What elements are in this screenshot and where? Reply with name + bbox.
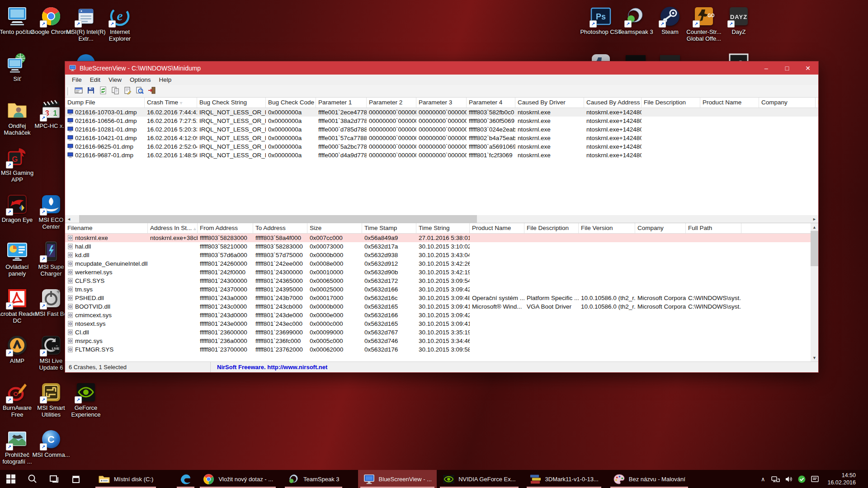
taskbar-item-bsv[interactable]: BlueScreenView - ... bbox=[358, 470, 437, 488]
driver-col-size[interactable]: Size bbox=[307, 223, 362, 233]
driver-row[interactable]: tm.sysfffff801`24370000fffff801`24395000… bbox=[65, 285, 818, 294]
driver-col-address-in-st-[interactable]: Address In St...▵ bbox=[148, 223, 198, 233]
exit-button[interactable] bbox=[146, 86, 157, 96]
find-button[interactable] bbox=[134, 86, 145, 96]
taskbar-item-teamspeakapp[interactable]: TeamSpeak 3 bbox=[283, 470, 344, 488]
desktop-icon-geforce[interactable]: ↗GeForce Experience bbox=[65, 381, 107, 418]
menu-help[interactable]: Help bbox=[155, 75, 176, 84]
scroll-left-icon[interactable]: ◄ bbox=[65, 215, 73, 223]
menu-view[interactable]: View bbox=[104, 75, 126, 84]
driver-row[interactable]: CLFS.SYSfffff801`24300000fffff801`243650… bbox=[65, 277, 818, 285]
desktop-icon-ie[interactable]: e↗Internet Explorer bbox=[99, 5, 141, 42]
crash-col-dump-file[interactable]: Dump File bbox=[65, 98, 145, 108]
driver-row[interactable]: CI.dllfffff801`23600000fffff801`23699000… bbox=[65, 328, 818, 337]
driver-row[interactable]: PSHED.dllfffff801`243a0000fffff801`243b7… bbox=[65, 294, 818, 302]
driver-row[interactable]: msrpc.sysfffff801`236a0000fffff801`236fc… bbox=[65, 337, 818, 345]
taskbar-clock[interactable]: 14:5016.02.2016 bbox=[823, 472, 860, 487]
save-button[interactable] bbox=[85, 86, 96, 96]
properties-window-button[interactable] bbox=[73, 86, 84, 96]
properties-button[interactable] bbox=[122, 86, 132, 96]
driver-col-time-string[interactable]: Time String bbox=[416, 223, 470, 233]
svg-text:DAYZ: DAYZ bbox=[730, 14, 747, 20]
search-button[interactable] bbox=[22, 470, 43, 488]
tray-antivirus-icon[interactable] bbox=[797, 474, 806, 483]
crash-col-parameter-2[interactable]: Parameter 2 bbox=[367, 98, 416, 108]
minimize-button[interactable]: – bbox=[756, 61, 777, 75]
tray-volume-icon[interactable] bbox=[784, 474, 793, 483]
horizontal-scrollbar[interactable]: ◄ ► bbox=[65, 215, 818, 223]
scroll-down-icon[interactable]: ▼ bbox=[811, 354, 818, 361]
driver-row[interactable]: FLTMGR.SYSfffff801`23700000fffff801`2376… bbox=[65, 345, 818, 354]
crash-col-product-name[interactable]: Product Name bbox=[700, 98, 759, 108]
crash-row[interactable]: 021616-10656-01.dmp16.02.2016 7:27:51IRQ… bbox=[65, 117, 818, 125]
msismart-icon: ↗ bbox=[40, 381, 62, 403]
shortcut-arrow-icon: ↗ bbox=[75, 396, 82, 404]
driver-col-from-address[interactable]: From Address bbox=[198, 223, 253, 233]
status-nirsoft-link[interactable]: NirSoft Freeware. http://www.nirsoft.net bbox=[211, 362, 818, 372]
refresh-button[interactable] bbox=[98, 86, 108, 96]
horizontal-scroll-thumb[interactable] bbox=[79, 215, 477, 223]
title-bar[interactable]: BlueScreenView - C:\WINDOWS\Minidump – □… bbox=[65, 61, 818, 75]
desktop-icon-msigaming[interactable]: G↗MSI Gaming APP bbox=[0, 146, 38, 183]
crash-col-crash-time[interactable]: Crash Time▿ bbox=[145, 98, 197, 108]
menu-file[interactable]: File bbox=[68, 75, 86, 84]
driver-row[interactable]: ntoskrnl.exentoskrnl.exe+38cb5fffff803`5… bbox=[65, 234, 818, 242]
properties-window-icon bbox=[75, 86, 83, 96]
driver-row[interactable]: BOOTVID.dllfffff801`243c0000fffff801`243… bbox=[65, 302, 818, 311]
crash-col-f[interactable]: F bbox=[816, 98, 818, 108]
crash-col-parameter-3[interactable]: Parameter 3 bbox=[416, 98, 467, 108]
crash-col-parameter-1[interactable]: Parameter 1 bbox=[316, 98, 367, 108]
driver-row[interactable]: hal.dllfffff803`58210000fffff803`5828300… bbox=[65, 242, 818, 251]
scroll-up-icon[interactable]: ▲ bbox=[811, 223, 818, 231]
crash-col-file-description[interactable]: File Description bbox=[642, 98, 700, 108]
start-button[interactable] bbox=[0, 470, 22, 488]
taskbar-item-chromeapp[interactable]: Vložit nový dotaz - ... bbox=[198, 470, 278, 488]
tray-chevron-icon[interactable]: ∧ bbox=[759, 476, 767, 483]
desktop-icon-dayz[interactable]: DAYZ↗DayZ bbox=[717, 5, 760, 35]
driver-col-company[interactable]: Company bbox=[635, 223, 686, 233]
tray-action-center-icon[interactable] bbox=[810, 474, 819, 483]
crash-col-bug-check-string[interactable]: Bug Check String bbox=[197, 98, 266, 108]
driver-col-time-stamp[interactable]: Time Stamp bbox=[362, 223, 416, 233]
copy-button[interactable] bbox=[110, 86, 120, 96]
driver-row[interactable]: ntosext.sysfffff801`243e0000fffff801`243… bbox=[65, 319, 818, 328]
crash-col-company[interactable]: Company bbox=[759, 98, 816, 108]
taskbar-item-nvidia[interactable]: NVIDIA GeForce Ex... bbox=[438, 470, 520, 488]
driver-row[interactable]: werkernel.sysfffff801`242f0000fffff801`2… bbox=[65, 268, 818, 277]
driver-col-filename[interactable]: Filename bbox=[65, 223, 148, 233]
crash-row[interactable]: 021616-10281-01.dmp16.02.2016 5:20:33IRQ… bbox=[65, 125, 818, 134]
scroll-right-icon[interactable]: ► bbox=[811, 215, 818, 223]
driver-col-full-path[interactable]: Full Path bbox=[686, 223, 741, 233]
crash-col-caused-by-address[interactable]: Caused By Address bbox=[584, 98, 642, 108]
desktop-icon-sit[interactable]: Síť bbox=[0, 52, 38, 82]
taskbar-item-paint[interactable]: Bez názvu - Malování bbox=[608, 470, 690, 488]
menu-edit[interactable]: Edit bbox=[86, 75, 104, 84]
tray-network-icon[interactable] bbox=[771, 474, 780, 483]
taskbar-item-mark3d[interactable]: 3DMark11-v1-0-13... bbox=[524, 470, 604, 488]
crash-row[interactable]: 021616-10703-01.dmp16.02.2016 7:44:41IRQ… bbox=[65, 108, 818, 117]
maximize-button[interactable]: □ bbox=[777, 61, 797, 75]
taskbar-item-explorer[interactable]: Místní disk (C:) bbox=[93, 470, 158, 488]
crash-row[interactable]: 021616-9687-01.dmp16.02.2016 1:48:50IRQL… bbox=[65, 151, 818, 160]
driver-row[interactable]: kd.dllfffff803`57d6a000fffff803`57d75000… bbox=[65, 251, 818, 259]
crash-row[interactable]: 021616-9625-01.dmp16.02.2016 2:52:04IRQL… bbox=[65, 142, 818, 151]
crash-row[interactable]: 021616-10421-01.dmp16.02.2016 4:12:09IRQ… bbox=[65, 134, 818, 142]
driver-row[interactable]: mcupdate_GenuineIntel.dllfffff801`242600… bbox=[65, 259, 818, 268]
vertical-scrollbar[interactable]: ▲ ▼ bbox=[811, 223, 818, 361]
driver-col-product-name[interactable]: Product Name bbox=[470, 223, 524, 233]
driver-row[interactable]: cmimcext.sysfffff801`243d0000fffff801`24… bbox=[65, 311, 818, 319]
driver-col-file-description[interactable]: File Description bbox=[524, 223, 579, 233]
driver-col-to-address[interactable]: To Address bbox=[253, 223, 307, 233]
store-button[interactable] bbox=[65, 470, 87, 488]
menu-options[interactable]: Options bbox=[126, 75, 155, 84]
close-button[interactable]: ✕ bbox=[797, 61, 818, 75]
crash-col-caused-by-driver[interactable]: Caused By Driver bbox=[515, 98, 584, 108]
desktop-icon-label: Steam bbox=[661, 28, 679, 35]
vertical-scroll-thumb[interactable] bbox=[811, 231, 818, 266]
crash-col-bug-check-code[interactable]: Bug Check Code bbox=[266, 98, 316, 108]
crash-col-parameter-4[interactable]: Parameter 4 bbox=[467, 98, 515, 108]
driver-col-file-version[interactable]: File Version bbox=[579, 223, 635, 233]
task-view-button[interactable] bbox=[43, 470, 65, 488]
desktop-icon-msicommand[interactable]: C↗MSI Comma... bbox=[30, 428, 72, 458]
taskbar-item-edge[interactable] bbox=[175, 470, 197, 488]
